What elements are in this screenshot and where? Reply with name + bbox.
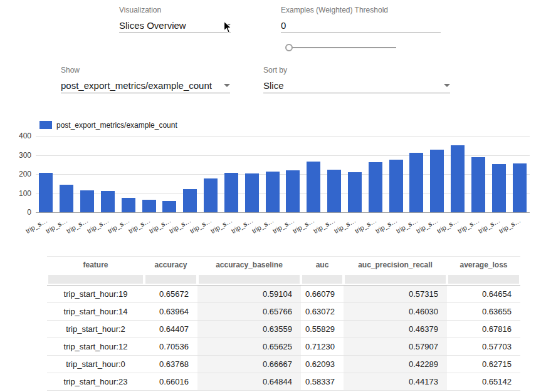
metric-cell: 0.64844	[197, 373, 301, 391]
table-row: trip_start_hour:140.639640.657660.630720…	[47, 303, 520, 321]
legend-label: post_export_metrics/example_count	[56, 121, 177, 130]
metric-cell: 0.46030	[344, 303, 447, 321]
threshold-input[interactable]: 0	[281, 18, 441, 33]
column-filter-input[interactable]	[199, 275, 300, 284]
filter-cell	[144, 274, 197, 286]
table-row: trip_start_hour:230.660160.648440.583370…	[47, 373, 520, 391]
slider-thumb[interactable]	[285, 44, 293, 51]
y-tick-label: 0	[5, 208, 31, 217]
x-axis-label: trip_s…	[147, 217, 172, 235]
column-filter-input[interactable]	[448, 275, 519, 284]
bar[interactable]	[162, 201, 176, 212]
sort-by-dropdown[interactable]: Slice	[263, 78, 450, 93]
metric-cell: 0.71230	[301, 338, 344, 356]
threshold-value: 0	[281, 20, 286, 31]
bar[interactable]	[245, 173, 259, 212]
table-filter-row	[47, 274, 520, 286]
metric-cell: 0.64654	[447, 286, 520, 303]
x-axis-label: trip_s…	[456, 217, 481, 235]
metric-cell: 0.55829	[301, 321, 344, 338]
gridline	[36, 136, 530, 137]
metric-cell: 0.65766	[197, 303, 301, 321]
metric-cell: 0.63072	[301, 303, 344, 321]
column-header-auc[interactable]: auc	[301, 257, 344, 274]
column-header-auc_precision_recall[interactable]: auc_precision_recall	[344, 257, 447, 274]
show-label: Show	[61, 66, 80, 75]
visualization-label: Visualization	[119, 6, 161, 14]
bar[interactable]	[101, 191, 115, 212]
metric-cell: 0.57703	[447, 338, 520, 356]
column-header-accuracy_baseline[interactable]: accuracy_baseline	[197, 257, 301, 274]
metrics-table-grid: featureaccuracyaccuracy_baselineaucauc_p…	[47, 256, 520, 391]
show-metric-dropdown[interactable]: post_export_metrics/example_count	[61, 78, 230, 93]
feature-cell: trip_start_hour:12	[47, 338, 144, 356]
threshold-label: Examples (Weighted) Threshold	[281, 6, 388, 14]
plot-area	[36, 137, 530, 213]
metric-cell: 0.70536	[144, 338, 197, 356]
bar[interactable]	[80, 190, 94, 212]
metrics-table: featureaccuracyaccuracy_baselineaucauc_p…	[47, 256, 520, 392]
feature-cell: trip_start_hour:23	[47, 373, 144, 391]
metric-cell: 0.62715	[447, 356, 520, 373]
metric-cell: 0.42289	[344, 356, 447, 373]
visualization-value: Slices Overview	[119, 20, 186, 31]
visualization-dropdown[interactable]: Slices Overview	[119, 18, 231, 33]
bar[interactable]	[39, 173, 53, 212]
bar[interactable]	[513, 163, 527, 212]
x-axis-label: trip_s…	[189, 217, 213, 235]
metric-cell: 0.63655	[447, 303, 520, 321]
bar[interactable]	[471, 157, 485, 212]
bar[interactable]	[266, 172, 280, 212]
x-axis-label: trip_s…	[209, 217, 234, 235]
column-filter-input[interactable]	[345, 275, 446, 284]
bar[interactable]	[492, 164, 506, 212]
threshold-slider[interactable]	[286, 47, 396, 48]
metric-cell: 0.62093	[301, 356, 344, 373]
x-axis-label: trip_s…	[312, 217, 337, 235]
bar[interactable]	[286, 170, 300, 212]
bar[interactable]	[348, 172, 362, 212]
x-axis-label: trip_s…	[415, 217, 439, 235]
x-axis-label: trip_s…	[374, 217, 398, 235]
bar[interactable]	[204, 178, 218, 212]
bar[interactable]	[451, 145, 465, 212]
metric-cell: 0.66016	[144, 373, 197, 391]
mouse-cursor-icon	[223, 21, 233, 34]
x-axis-label: trip_s…	[354, 217, 378, 235]
column-header-accuracy[interactable]: accuracy	[144, 257, 197, 274]
column-filter-input[interactable]	[302, 275, 342, 284]
metric-cell: 0.44173	[344, 373, 447, 391]
show-metric-value: post_export_metrics/example_count	[61, 80, 212, 91]
metric-cell: 0.57907	[344, 338, 447, 356]
column-filter-input[interactable]	[48, 275, 143, 284]
bar[interactable]	[430, 150, 444, 212]
x-axis-label: trip_s…	[86, 217, 110, 235]
chevron-down-icon	[224, 84, 230, 87]
column-header-average_loss[interactable]: average_loss	[447, 257, 520, 274]
column-filter-input[interactable]	[145, 275, 196, 284]
bar[interactable]	[307, 162, 320, 212]
bar[interactable]	[224, 173, 238, 212]
bar[interactable]	[60, 185, 73, 212]
x-axis-label: trip_s…	[250, 217, 275, 235]
x-axis-label: trip_s…	[65, 217, 90, 235]
legend-color-swatch	[39, 121, 52, 129]
bar[interactable]	[142, 200, 156, 212]
feature-cell: trip_start_hour:19	[47, 286, 144, 303]
x-axis-label: trip_s…	[107, 217, 131, 235]
bar[interactable]	[327, 170, 341, 212]
column-header-feature[interactable]: feature	[47, 257, 144, 274]
bar[interactable]	[409, 153, 423, 212]
y-tick-label: 300	[5, 151, 31, 160]
metric-cell: 0.46379	[344, 321, 447, 338]
bar[interactable]	[389, 160, 403, 212]
bar[interactable]	[183, 189, 197, 212]
y-tick-label: 400	[5, 132, 31, 140]
x-axis-label: trip_s…	[230, 217, 255, 235]
bar[interactable]	[369, 162, 382, 212]
tfma-slicing-metrics-browser: Visualization Slices Overview Examples (…	[0, 0, 541, 392]
metric-cell: 0.63559	[197, 321, 301, 338]
bar[interactable]	[122, 198, 135, 212]
metric-cell: 0.58337	[301, 373, 344, 391]
x-axis-label: trip_s…	[497, 217, 522, 235]
